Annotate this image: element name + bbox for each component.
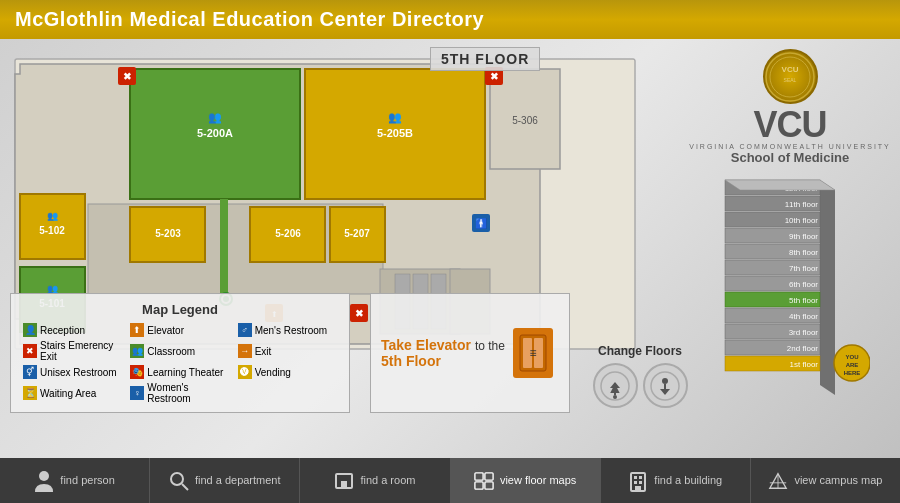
unisex-restroom-icon: ⚥	[23, 365, 37, 379]
legend-item: 👥 Classroom	[130, 340, 229, 362]
svg-text:👥: 👥	[47, 210, 59, 222]
elevator-graphic-icon: ≡	[513, 328, 553, 378]
legend-item: ♂ Men's Restroom	[238, 323, 337, 337]
legend-elevator-label: Elevator	[147, 325, 184, 336]
elevator-info: Take Elevator to the 5th Floor ≡	[370, 293, 570, 413]
bottom-nav: find person find a department find a roo…	[0, 458, 900, 503]
svg-text:3rd floor: 3rd floor	[789, 328, 819, 337]
svg-marker-90	[725, 180, 835, 190]
classroom-icon: 👥	[130, 344, 144, 358]
room-icon	[334, 471, 354, 491]
nav-view-campus-map[interactable]: view campus map	[751, 458, 900, 503]
vending-icon: 🅥	[238, 365, 252, 379]
legend-reception-label: Reception	[40, 325, 85, 336]
svg-text:5-205B: 5-205B	[377, 127, 413, 139]
legend-classroom-label: Classroom	[147, 346, 195, 357]
svg-text:✖: ✖	[490, 71, 499, 82]
building-icon	[628, 471, 648, 491]
legend-item: → Exit	[238, 340, 337, 362]
floor-up-arrow[interactable]: ▲	[593, 363, 638, 408]
svg-rect-95	[341, 481, 347, 488]
vcu-school: School of Medicine	[689, 150, 891, 165]
svg-text:5th floor: 5th floor	[789, 296, 818, 305]
svg-text:11th floor: 11th floor	[785, 200, 819, 209]
legend-stairs-label: Stairs Emerency Exit	[40, 340, 122, 362]
svg-text:8th floor: 8th floor	[789, 248, 818, 257]
floorplan: 5TH FLOOR 👥 5-200A 👥 5-205B 5-306	[0, 39, 680, 458]
svg-text:5-200A: 5-200A	[197, 127, 233, 139]
nav-find-room[interactable]: find a room	[300, 458, 450, 503]
legend-item: ⚥ Unisex Restroom	[23, 365, 122, 379]
svg-rect-105	[635, 486, 641, 491]
search-icon	[169, 471, 189, 491]
legend-item: 🅥 Vending	[238, 365, 337, 379]
nav-view-campus-map-label: view campus map	[794, 474, 882, 487]
stairs-icon: ✖	[23, 344, 37, 358]
svg-text:≡: ≡	[529, 346, 536, 360]
right-panel: VCU SEAL VCU VIRGINIA COMMONWEALTH UNIVE…	[680, 39, 900, 458]
nav-find-person[interactable]: find person	[0, 458, 150, 503]
floor-maps-icon	[474, 471, 494, 491]
svg-point-91	[39, 471, 49, 481]
header: McGlothlin Medical Education Center Dire…	[0, 0, 900, 39]
svg-text:7th floor: 7th floor	[789, 264, 818, 273]
svg-text:🚹: 🚹	[475, 217, 488, 230]
nav-find-building[interactable]: find a building	[601, 458, 751, 503]
legend-exit-label: Exit	[255, 346, 272, 357]
legend-item: 🎭 Learning Theater	[130, 365, 229, 379]
legend-grid: 👤 Reception ⬆ Elevator ♂ Men's Restroom	[23, 323, 337, 404]
svg-rect-103	[634, 481, 637, 484]
nav-find-building-label: find a building	[654, 474, 722, 487]
svg-text:1st floor: 1st floor	[790, 360, 819, 369]
nav-find-department[interactable]: find a department	[150, 458, 300, 503]
nav-view-floor-maps-label: view floor maps	[500, 474, 576, 487]
elevator-icon: ⬆	[130, 323, 144, 337]
svg-text:VCU: VCU	[782, 65, 799, 74]
svg-point-54	[662, 378, 668, 384]
reception-icon: 👤	[23, 323, 37, 337]
vcu-logo: VCU SEAL VCU VIRGINIA COMMONWEALTH UNIVE…	[689, 49, 891, 165]
svg-text:👥: 👥	[388, 110, 402, 124]
legend-womens-label: Women's Restroom	[147, 382, 229, 404]
legend-item: ✖ Stairs Emerency Exit	[23, 340, 122, 362]
svg-rect-99	[485, 481, 493, 488]
floor-label: 5TH FLOOR	[430, 47, 540, 71]
svg-text:YOU: YOU	[845, 354, 858, 360]
legend-area: Map Legend 👤 Reception ⬆ Elevator ♂ Men	[10, 293, 590, 413]
legend-item: ⏳ Waiting Area	[23, 382, 122, 404]
nav-find-room-label: find a room	[360, 474, 415, 487]
svg-text:5-207: 5-207	[344, 228, 370, 239]
svg-rect-96	[475, 472, 483, 479]
elevator-take-text: Take Elevator to the	[381, 337, 505, 353]
legend: Map Legend 👤 Reception ⬆ Elevator ♂ Men	[10, 293, 350, 413]
nav-find-department-label: find a department	[195, 474, 281, 487]
floor-list: 12th floor 11th floor 10th floor 9th flo…	[710, 175, 870, 405]
building-graphic: 12th floor 11th floor 10th floor 9th flo…	[710, 175, 870, 405]
svg-rect-98	[475, 481, 483, 488]
svg-text:👥: 👥	[208, 110, 222, 124]
nav-view-floor-maps[interactable]: view floor maps	[451, 458, 601, 503]
svg-text:SEAL: SEAL	[784, 77, 797, 83]
legend-mens-label: Men's Restroom	[255, 325, 328, 336]
exit-icon: →	[238, 344, 252, 358]
campus-map-icon	[768, 471, 788, 491]
svg-point-92	[171, 473, 183, 485]
legend-theater-label: Learning Theater	[147, 367, 223, 378]
svg-text:9th floor: 9th floor	[789, 232, 818, 241]
womens-restroom-icon: ♀	[130, 386, 144, 400]
person-icon	[34, 471, 54, 491]
svg-rect-102	[639, 476, 642, 479]
svg-point-52	[613, 395, 617, 399]
svg-text:10th floor: 10th floor	[785, 216, 819, 225]
svg-text:6th floor: 6th floor	[789, 280, 818, 289]
vcu-name: VCU	[689, 107, 891, 143]
svg-rect-104	[639, 481, 642, 484]
app: McGlothlin Medical Education Center Dire…	[0, 0, 900, 503]
svg-rect-97	[485, 472, 493, 479]
legend-unisex-label: Unisex Restroom	[40, 367, 117, 378]
svg-rect-101	[634, 476, 637, 479]
svg-text:✖: ✖	[123, 71, 132, 82]
nav-find-person-label: find person	[60, 474, 114, 487]
svg-text:5-206: 5-206	[275, 228, 301, 239]
svg-text:ARE: ARE	[846, 362, 859, 368]
